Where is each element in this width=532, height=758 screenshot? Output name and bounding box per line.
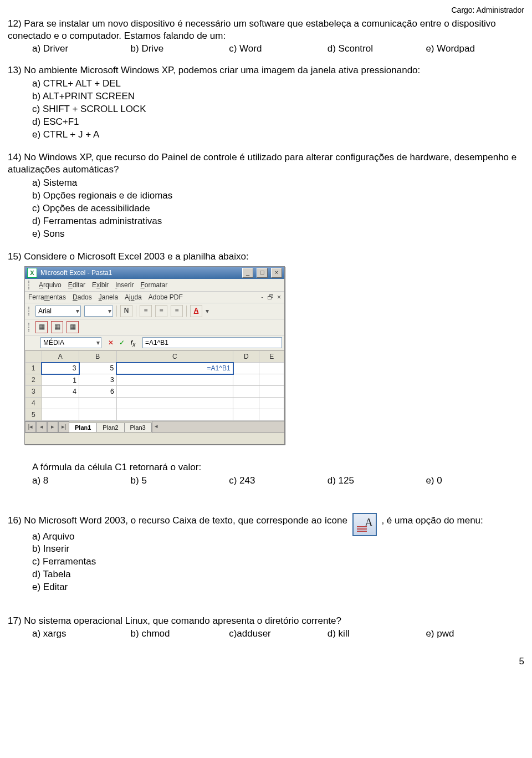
cell-A5[interactable]: [42, 409, 79, 421]
col-header-D[interactable]: D: [233, 350, 259, 363]
sheet-nav-last-icon[interactable]: ▸|: [58, 421, 69, 433]
row-header-4[interactable]: 4: [25, 398, 42, 409]
sheet-tab-plan1[interactable]: Plan1: [69, 423, 97, 432]
menu-formatar[interactable]: Formatar: [140, 281, 167, 289]
formula-input[interactable]: =A1^B1: [142, 337, 282, 348]
q13-b[interactable]: b) ALT+PRINT SCREEN: [8, 90, 524, 103]
q12-c[interactable]: c) Word: [229, 43, 328, 54]
q17-b[interactable]: b) chmod: [131, 628, 229, 639]
accept-formula-icon[interactable]: ✓: [117, 338, 127, 348]
col-header-E[interactable]: E: [259, 350, 284, 363]
name-box[interactable]: MÉDIA: [40, 337, 101, 348]
cell-C1[interactable]: =A1^B1: [116, 363, 233, 374]
q15-c[interactable]: c) 243: [229, 475, 328, 486]
bold-button[interactable]: N: [120, 305, 132, 317]
cell-A2[interactable]: 1: [42, 374, 79, 386]
q16-b[interactable]: b) Inserir: [8, 543, 524, 556]
menu-janela[interactable]: Janela: [99, 293, 118, 301]
align-center-button[interactable]: ≡: [155, 305, 167, 317]
align-left-button[interactable]: ≡: [140, 305, 152, 317]
font-size-selector[interactable]: [84, 306, 113, 317]
cell-B3[interactable]: 6: [79, 386, 117, 398]
scroll-left-icon[interactable]: ◂: [155, 423, 158, 430]
cell-C2[interactable]: [116, 374, 233, 386]
fx-icon[interactable]: fx: [128, 338, 138, 348]
doc-close-icon[interactable]: ×: [277, 293, 281, 301]
q15-d[interactable]: d) 125: [328, 475, 426, 486]
q14-e[interactable]: e) Sons: [8, 228, 524, 241]
q15-e[interactable]: e) 0: [426, 475, 524, 486]
q12-e[interactable]: e) Wordpad: [426, 43, 524, 54]
cell-A3[interactable]: 4: [42, 386, 79, 398]
q14-c[interactable]: c) Opções de acessibilidade: [8, 202, 524, 215]
menu-arquivo[interactable]: Arquivo: [39, 281, 62, 289]
q14-d[interactable]: d) Ferramentas administrativas: [8, 215, 524, 228]
sheet-nav-first-icon[interactable]: |◂: [25, 421, 36, 433]
menu-adobe-pdf[interactable]: Adobe PDF: [149, 293, 183, 301]
menu-editar[interactable]: Editar: [68, 281, 85, 289]
q14-a[interactable]: a) Sistema: [8, 177, 524, 190]
col-header-B[interactable]: B: [79, 350, 117, 363]
sheet-tab-plan2[interactable]: Plan2: [96, 423, 124, 432]
minimize-button[interactable]: _: [242, 268, 253, 278]
q17-text: 17) No sistema operacional Linux, que co…: [8, 615, 524, 627]
q15-b[interactable]: b) 5: [131, 475, 229, 486]
maximize-button[interactable]: □: [257, 268, 268, 278]
pdf-button-2[interactable]: ▦: [51, 321, 63, 333]
cell-C3[interactable]: [116, 386, 233, 398]
cell-B2[interactable]: 3: [79, 374, 117, 386]
q12-a[interactable]: a) Driver: [32, 43, 131, 54]
cell-D3[interactable]: [233, 386, 259, 398]
q16-c[interactable]: c) Ferramentas: [8, 556, 524, 568]
col-header-A[interactable]: A: [42, 350, 79, 363]
q15-text: 15) Considere o Microsoft Excel 2003 e a…: [8, 251, 524, 263]
row-header-1[interactable]: 1: [25, 363, 42, 374]
q13-c[interactable]: c) SHIFT + SCROLL LOCK: [8, 103, 524, 116]
q12-b[interactable]: b) Drive: [131, 43, 229, 54]
align-right-button[interactable]: ≡: [171, 305, 183, 317]
doc-restore-icon[interactable]: - 🗗: [261, 293, 274, 301]
cell-A4[interactable]: [42, 398, 79, 409]
q15-a[interactable]: a) 8: [32, 475, 131, 486]
q17-a[interactable]: a) xargs: [32, 628, 131, 639]
spreadsheet-grid[interactable]: A B C D E 1 3 5 =A1^B1 2 1 3: [25, 350, 284, 421]
q12-d[interactable]: d) Scontrol: [328, 43, 426, 54]
cell-D1[interactable]: [233, 363, 259, 374]
pdf-button-3[interactable]: ▦: [66, 321, 79, 333]
select-all-corner[interactable]: [25, 350, 42, 363]
cell-E1[interactable]: [259, 363, 284, 374]
sheet-nav-prev-icon[interactable]: ◂: [36, 421, 47, 433]
q17-d[interactable]: d) kill: [328, 628, 426, 639]
menu-dados[interactable]: Dados: [73, 293, 92, 301]
sheet-tab-plan3[interactable]: Plan3: [124, 423, 152, 432]
close-button[interactable]: ×: [271, 268, 282, 278]
row-header-2[interactable]: 2: [25, 374, 42, 386]
menu-ajuda[interactable]: Ajuda: [125, 293, 142, 301]
q17-e[interactable]: e) pwd: [426, 628, 524, 639]
row-header-3[interactable]: 3: [25, 386, 42, 398]
menu-exibir[interactable]: Exibir: [92, 281, 109, 289]
sheet-nav-next-icon[interactable]: ▸: [47, 421, 58, 433]
q14-b[interactable]: b) Opções regionais e de idiomas: [8, 190, 524, 202]
font-color-button[interactable]: A: [190, 305, 202, 317]
pdf-button-1[interactable]: ▦: [35, 321, 48, 333]
q16-e[interactable]: e) Editar: [8, 581, 524, 594]
cancel-formula-icon[interactable]: ✕: [106, 338, 116, 348]
cell-E2[interactable]: [259, 374, 284, 386]
q16-a[interactable]: a) Arquivo: [8, 531, 524, 543]
col-header-C[interactable]: C: [116, 350, 233, 363]
q17-c[interactable]: c)adduser: [229, 628, 328, 639]
q13-d[interactable]: d) ESC+F1: [8, 116, 524, 129]
row-header-5[interactable]: 5: [25, 409, 42, 421]
menu-inserir[interactable]: Inserir: [115, 281, 134, 289]
menu-ferramentas[interactable]: Ferramentas: [28, 293, 66, 301]
q13-e[interactable]: e) CTRL + J + A: [8, 129, 524, 141]
font-selector[interactable]: Arial: [35, 306, 81, 317]
cell-A1[interactable]: 3: [42, 363, 79, 374]
cell-B1[interactable]: 5: [79, 363, 117, 374]
toolbar-overflow-icon[interactable]: ▾: [206, 307, 209, 315]
cell-E3[interactable]: [259, 386, 284, 398]
q13-a[interactable]: a) CTRL+ ALT + DEL: [8, 78, 524, 90]
q16-d[interactable]: d) Tabela: [8, 568, 524, 581]
cell-D2[interactable]: [233, 374, 259, 386]
